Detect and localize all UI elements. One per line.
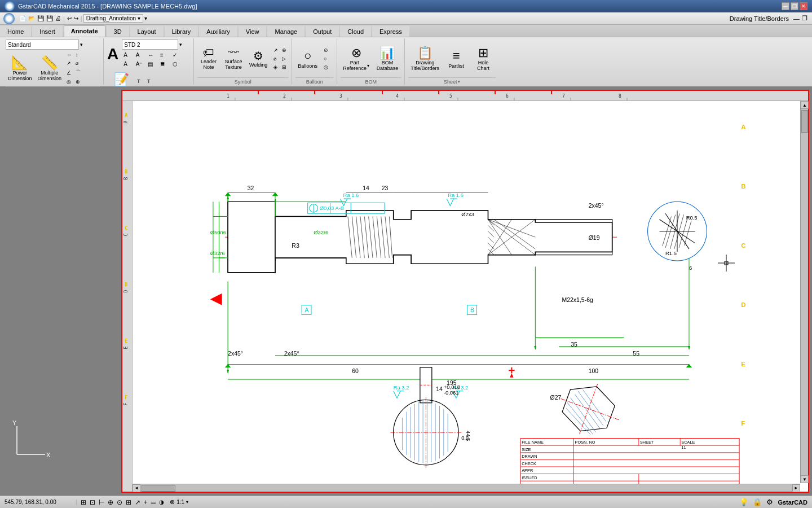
sym-btn-5[interactable]: ◈ — [272, 63, 280, 71]
sym-btn-4[interactable]: ▷ — [280, 55, 288, 63]
power-dimension-button[interactable]: 📐 PowerDimension — [6, 52, 34, 84]
qat-save-as[interactable]: 💾 — [45, 15, 54, 22]
workspace-dropdown-arrow[interactable]: ▾ — [144, 15, 147, 21]
tab-layout[interactable]: Layout — [130, 26, 164, 37]
text-btn-5[interactable]: ✓ — [171, 51, 183, 59]
hole-chart-button[interactable]: ⊞ HoleChart — [471, 43, 496, 75]
dimensions-style-input[interactable] — [6, 40, 79, 50]
object-snap-toggle[interactable]: ⊙ — [117, 498, 122, 506]
grid-toggle[interactable]: ⊞ — [81, 498, 86, 506]
drawing-canvas[interactable]: 1 2 3 4 5 6 7 8 — [121, 90, 809, 493]
text-btn-2[interactable]: A — [134, 51, 146, 59]
hscroll-left[interactable]: ◄ — [133, 484, 140, 492]
tab-annotate[interactable]: Annotate — [64, 25, 105, 37]
dim-btn-8[interactable]: ⊕ — [74, 78, 82, 86]
tab-view[interactable]: View — [239, 26, 267, 37]
text-btn-8[interactable]: ▤ — [146, 60, 158, 68]
restore-button[interactable]: ❐ — [791, 2, 798, 10]
text-btn-6[interactable]: A — [122, 60, 134, 68]
sym-btn-6[interactable]: ⊞ — [280, 63, 288, 71]
ortho-toggle[interactable]: ⊢ — [99, 498, 104, 506]
sym-btn-1[interactable]: ↗ — [272, 46, 280, 54]
dim-btn-6[interactable]: ⌒ — [74, 68, 82, 77]
tab-manage[interactable]: Manage — [267, 26, 304, 37]
qat-undo[interactable]: ↩ — [66, 15, 73, 22]
hscroll-right[interactable]: ► — [792, 484, 800, 492]
tab-insert[interactable]: Insert — [32, 26, 63, 37]
surface-texture-button[interactable]: 〰 SurfaceTexture — [222, 43, 245, 75]
lineweight-toggle[interactable]: ═ — [151, 498, 156, 506]
bal-btn-2[interactable]: ○ — [322, 55, 330, 63]
text-extra-2[interactable]: T — [145, 77, 155, 85]
dim-btn-3[interactable]: ↗ — [65, 59, 73, 67]
dim-btn-7[interactable]: ◎ — [65, 78, 73, 86]
light-bulb-icon[interactable]: 💡 — [739, 498, 748, 506]
ribbon-group-label-balloon[interactable]: Balloon — [295, 77, 333, 85]
ribbon-group-label-bom[interactable]: BOM — [341, 77, 401, 85]
text-btn-7[interactable]: A⁻ — [134, 60, 146, 68]
scale-dropdown-arrow[interactable]: ▾ — [186, 500, 188, 505]
object-track-toggle[interactable]: ⊞ — [126, 498, 131, 506]
qat-redo[interactable]: ↪ — [73, 15, 80, 22]
minimize-button[interactable]: — — [782, 2, 789, 10]
welding-button[interactable]: ⚙ Welding — [247, 43, 270, 75]
dim-btn-4[interactable]: ⌀ — [74, 59, 82, 67]
dim-btn-1[interactable]: ↔ — [65, 51, 73, 59]
sym-btn-3[interactable]: ⌀ — [272, 55, 280, 63]
bal-btn-3[interactable]: ◎ — [322, 63, 330, 71]
appearance-button[interactable]: Drawing Title/Borders — [730, 15, 789, 22]
help-restore[interactable]: ❐ — [802, 15, 807, 22]
vscroll-thumb[interactable] — [801, 110, 808, 133]
bal-btn-1[interactable]: ⊙ — [322, 46, 330, 54]
horizontal-scrollbar[interactable]: ◄ ► — [133, 484, 800, 492]
qat-new[interactable]: 📄 — [18, 15, 27, 22]
drawing-area[interactable]: 1 2 3 4 5 6 7 8 — [0, 87, 812, 496]
qat-open[interactable]: 📂 — [27, 15, 36, 22]
part-reference-dropdown-arrow[interactable]: ▾ — [367, 63, 369, 68]
bom-database-button[interactable]: 📊 BOMDatabase — [374, 43, 401, 75]
help-minimize[interactable]: — — [793, 15, 800, 22]
qat-print[interactable]: 🖨 — [54, 15, 62, 22]
vscroll-up[interactable]: ▲ — [801, 101, 809, 109]
tab-auxiliary[interactable]: Auxiliary — [199, 26, 237, 37]
balloons-button[interactable]: ○ Balloons — [295, 43, 320, 75]
title-bar-controls[interactable]: — ❐ ✕ — [782, 2, 807, 10]
polar-toggle[interactable]: ⊕ — [108, 498, 113, 506]
text-btn-10[interactable]: ⬡ — [171, 60, 183, 68]
text-btn-3[interactable]: ↔ — [146, 51, 158, 59]
text-btn-9[interactable]: ≣ — [158, 60, 170, 68]
close-button[interactable]: ✕ — [800, 2, 807, 10]
multiple-dimension-button[interactable]: 📏 MultipleDimension — [36, 52, 64, 84]
tab-cloud[interactable]: Cloud — [340, 26, 371, 37]
ribbon-group-label-symbol[interactable]: Symbol — [197, 77, 288, 85]
tab-home[interactable]: Home — [0, 26, 31, 37]
settings-icon[interactable]: ⚙ — [766, 498, 773, 506]
tab-3d[interactable]: 3D — [107, 26, 129, 37]
dim-btn-2[interactable]: ↕ — [74, 51, 82, 59]
leader-note-button[interactable]: 🏷 LeaderNote — [197, 43, 220, 75]
scale-display[interactable]: ⊗ 1:1 ▾ — [170, 498, 188, 506]
vscroll-down[interactable]: ▼ — [801, 475, 809, 483]
part-reference-button[interactable]: ⊗ PartReference ▾ — [341, 43, 372, 75]
text-style-input[interactable] — [122, 40, 178, 50]
drawing-title-borders-button[interactable]: 📋 DrawingTitle/Borders — [408, 43, 442, 75]
text-style-arrow[interactable]: ▾ — [179, 42, 182, 47]
vertical-scrollbar[interactable]: ▲ ▼ — [800, 101, 808, 483]
dimensions-style-arrow[interactable]: ▾ — [80, 42, 83, 47]
dim-btn-5[interactable]: ∠ — [65, 68, 73, 77]
lock-icon[interactable]: 🔒 — [753, 498, 762, 506]
transparency-toggle[interactable]: ◑ — [159, 499, 164, 505]
current-tool-dropdown[interactable]: Drafting_Annotation ▾ — [83, 14, 143, 23]
dynamic-input-toggle[interactable]: + — [144, 498, 148, 506]
tab-library[interactable]: Library — [165, 26, 198, 37]
sym-btn-2[interactable]: ⊕ — [280, 46, 288, 54]
partlist-button[interactable]: ≡ Partlist — [444, 43, 469, 75]
snap-toggle[interactable]: ⊡ — [90, 498, 95, 506]
allow-dynamic-toggle[interactable]: ↗ — [135, 498, 140, 506]
style-dropdown-dimensions[interactable]: ▾ — [6, 40, 83, 50]
tab-output[interactable]: Output — [306, 26, 339, 37]
hscroll-thumb[interactable] — [142, 485, 175, 492]
qat-save[interactable]: 💾 — [36, 15, 45, 22]
text-btn-4[interactable]: ≡ — [158, 51, 170, 59]
text-extra-1[interactable]: T — [135, 77, 145, 85]
